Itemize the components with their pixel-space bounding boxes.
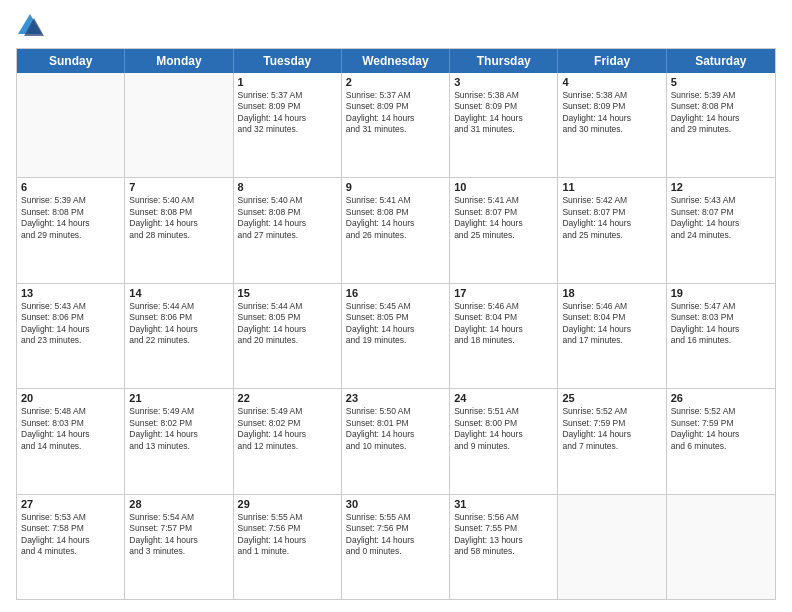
cell-info: Sunrise: 5:41 AM Sunset: 8:07 PM Dayligh… xyxy=(454,195,553,241)
day-number: 16 xyxy=(346,287,445,299)
header xyxy=(16,12,776,40)
cell-info: Sunrise: 5:49 AM Sunset: 8:02 PM Dayligh… xyxy=(238,406,337,452)
calendar-cell: 3Sunrise: 5:38 AM Sunset: 8:09 PM Daylig… xyxy=(450,73,558,177)
calendar-cell: 16Sunrise: 5:45 AM Sunset: 8:05 PM Dayli… xyxy=(342,284,450,388)
day-number: 14 xyxy=(129,287,228,299)
calendar-cell: 1Sunrise: 5:37 AM Sunset: 8:09 PM Daylig… xyxy=(234,73,342,177)
day-number: 31 xyxy=(454,498,553,510)
calendar-cell: 12Sunrise: 5:43 AM Sunset: 8:07 PM Dayli… xyxy=(667,178,775,282)
day-number: 6 xyxy=(21,181,120,193)
calendar-cell xyxy=(667,495,775,599)
day-number: 28 xyxy=(129,498,228,510)
calendar-cell: 19Sunrise: 5:47 AM Sunset: 8:03 PM Dayli… xyxy=(667,284,775,388)
day-number: 17 xyxy=(454,287,553,299)
day-number: 8 xyxy=(238,181,337,193)
cell-info: Sunrise: 5:43 AM Sunset: 8:06 PM Dayligh… xyxy=(21,301,120,347)
cell-info: Sunrise: 5:55 AM Sunset: 7:56 PM Dayligh… xyxy=(346,512,445,558)
logo xyxy=(16,12,48,40)
cell-info: Sunrise: 5:39 AM Sunset: 8:08 PM Dayligh… xyxy=(671,90,771,136)
calendar-cell: 23Sunrise: 5:50 AM Sunset: 8:01 PM Dayli… xyxy=(342,389,450,493)
cell-info: Sunrise: 5:41 AM Sunset: 8:08 PM Dayligh… xyxy=(346,195,445,241)
calendar-cell: 15Sunrise: 5:44 AM Sunset: 8:05 PM Dayli… xyxy=(234,284,342,388)
day-number: 1 xyxy=(238,76,337,88)
day-number: 24 xyxy=(454,392,553,404)
calendar-cell: 28Sunrise: 5:54 AM Sunset: 7:57 PM Dayli… xyxy=(125,495,233,599)
cell-info: Sunrise: 5:53 AM Sunset: 7:58 PM Dayligh… xyxy=(21,512,120,558)
calendar-cell: 10Sunrise: 5:41 AM Sunset: 8:07 PM Dayli… xyxy=(450,178,558,282)
cell-info: Sunrise: 5:43 AM Sunset: 8:07 PM Dayligh… xyxy=(671,195,771,241)
day-number: 30 xyxy=(346,498,445,510)
cell-info: Sunrise: 5:38 AM Sunset: 8:09 PM Dayligh… xyxy=(562,90,661,136)
calendar-cell: 17Sunrise: 5:46 AM Sunset: 8:04 PM Dayli… xyxy=(450,284,558,388)
calendar-cell: 22Sunrise: 5:49 AM Sunset: 8:02 PM Dayli… xyxy=(234,389,342,493)
cell-info: Sunrise: 5:52 AM Sunset: 7:59 PM Dayligh… xyxy=(671,406,771,452)
calendar-row-4: 20Sunrise: 5:48 AM Sunset: 8:03 PM Dayli… xyxy=(17,388,775,493)
calendar-cell xyxy=(558,495,666,599)
cell-info: Sunrise: 5:42 AM Sunset: 8:07 PM Dayligh… xyxy=(562,195,661,241)
cell-info: Sunrise: 5:40 AM Sunset: 8:08 PM Dayligh… xyxy=(238,195,337,241)
cell-info: Sunrise: 5:48 AM Sunset: 8:03 PM Dayligh… xyxy=(21,406,120,452)
calendar-cell: 26Sunrise: 5:52 AM Sunset: 7:59 PM Dayli… xyxy=(667,389,775,493)
day-number: 23 xyxy=(346,392,445,404)
cell-info: Sunrise: 5:38 AM Sunset: 8:09 PM Dayligh… xyxy=(454,90,553,136)
weekday-header-tuesday: Tuesday xyxy=(234,49,342,73)
day-number: 26 xyxy=(671,392,771,404)
day-number: 5 xyxy=(671,76,771,88)
cell-info: Sunrise: 5:50 AM Sunset: 8:01 PM Dayligh… xyxy=(346,406,445,452)
calendar-cell: 24Sunrise: 5:51 AM Sunset: 8:00 PM Dayli… xyxy=(450,389,558,493)
cell-info: Sunrise: 5:54 AM Sunset: 7:57 PM Dayligh… xyxy=(129,512,228,558)
cell-info: Sunrise: 5:44 AM Sunset: 8:05 PM Dayligh… xyxy=(238,301,337,347)
calendar-cell: 2Sunrise: 5:37 AM Sunset: 8:09 PM Daylig… xyxy=(342,73,450,177)
day-number: 4 xyxy=(562,76,661,88)
day-number: 21 xyxy=(129,392,228,404)
calendar-cell: 29Sunrise: 5:55 AM Sunset: 7:56 PM Dayli… xyxy=(234,495,342,599)
weekday-header-sunday: Sunday xyxy=(17,49,125,73)
calendar-cell: 21Sunrise: 5:49 AM Sunset: 8:02 PM Dayli… xyxy=(125,389,233,493)
calendar-cell: 6Sunrise: 5:39 AM Sunset: 8:08 PM Daylig… xyxy=(17,178,125,282)
calendar-cell: 8Sunrise: 5:40 AM Sunset: 8:08 PM Daylig… xyxy=(234,178,342,282)
day-number: 22 xyxy=(238,392,337,404)
day-number: 25 xyxy=(562,392,661,404)
day-number: 29 xyxy=(238,498,337,510)
day-number: 18 xyxy=(562,287,661,299)
weekday-header-friday: Friday xyxy=(558,49,666,73)
cell-info: Sunrise: 5:47 AM Sunset: 8:03 PM Dayligh… xyxy=(671,301,771,347)
cell-info: Sunrise: 5:37 AM Sunset: 8:09 PM Dayligh… xyxy=(346,90,445,136)
day-number: 20 xyxy=(21,392,120,404)
cell-info: Sunrise: 5:37 AM Sunset: 8:09 PM Dayligh… xyxy=(238,90,337,136)
cell-info: Sunrise: 5:55 AM Sunset: 7:56 PM Dayligh… xyxy=(238,512,337,558)
calendar-row-2: 6Sunrise: 5:39 AM Sunset: 8:08 PM Daylig… xyxy=(17,177,775,282)
day-number: 7 xyxy=(129,181,228,193)
calendar-cell xyxy=(125,73,233,177)
day-number: 2 xyxy=(346,76,445,88)
calendar-cell: 20Sunrise: 5:48 AM Sunset: 8:03 PM Dayli… xyxy=(17,389,125,493)
calendar-cell: 25Sunrise: 5:52 AM Sunset: 7:59 PM Dayli… xyxy=(558,389,666,493)
calendar-cell: 30Sunrise: 5:55 AM Sunset: 7:56 PM Dayli… xyxy=(342,495,450,599)
day-number: 27 xyxy=(21,498,120,510)
cell-info: Sunrise: 5:46 AM Sunset: 8:04 PM Dayligh… xyxy=(454,301,553,347)
day-number: 13 xyxy=(21,287,120,299)
day-number: 15 xyxy=(238,287,337,299)
weekday-header-monday: Monday xyxy=(125,49,233,73)
day-number: 9 xyxy=(346,181,445,193)
calendar-cell: 31Sunrise: 5:56 AM Sunset: 7:55 PM Dayli… xyxy=(450,495,558,599)
cell-info: Sunrise: 5:51 AM Sunset: 8:00 PM Dayligh… xyxy=(454,406,553,452)
cell-info: Sunrise: 5:56 AM Sunset: 7:55 PM Dayligh… xyxy=(454,512,553,558)
cell-info: Sunrise: 5:49 AM Sunset: 8:02 PM Dayligh… xyxy=(129,406,228,452)
calendar-cell xyxy=(17,73,125,177)
calendar-cell: 11Sunrise: 5:42 AM Sunset: 8:07 PM Dayli… xyxy=(558,178,666,282)
logo-icon xyxy=(16,12,44,40)
calendar-cell: 5Sunrise: 5:39 AM Sunset: 8:08 PM Daylig… xyxy=(667,73,775,177)
calendar-body: 1Sunrise: 5:37 AM Sunset: 8:09 PM Daylig… xyxy=(17,73,775,599)
cell-info: Sunrise: 5:45 AM Sunset: 8:05 PM Dayligh… xyxy=(346,301,445,347)
calendar-cell: 13Sunrise: 5:43 AM Sunset: 8:06 PM Dayli… xyxy=(17,284,125,388)
weekday-header-thursday: Thursday xyxy=(450,49,558,73)
calendar-row-3: 13Sunrise: 5:43 AM Sunset: 8:06 PM Dayli… xyxy=(17,283,775,388)
calendar-row-5: 27Sunrise: 5:53 AM Sunset: 7:58 PM Dayli… xyxy=(17,494,775,599)
day-number: 12 xyxy=(671,181,771,193)
cell-info: Sunrise: 5:40 AM Sunset: 8:08 PM Dayligh… xyxy=(129,195,228,241)
calendar-cell: 14Sunrise: 5:44 AM Sunset: 8:06 PM Dayli… xyxy=(125,284,233,388)
day-number: 11 xyxy=(562,181,661,193)
cell-info: Sunrise: 5:46 AM Sunset: 8:04 PM Dayligh… xyxy=(562,301,661,347)
calendar-header: SundayMondayTuesdayWednesdayThursdayFrid… xyxy=(17,49,775,73)
